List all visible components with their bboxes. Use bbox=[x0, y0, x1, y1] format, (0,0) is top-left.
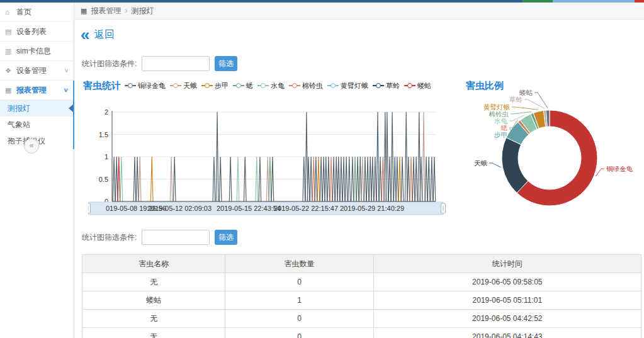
legend-label: 步甲 bbox=[215, 81, 229, 91]
pie-label: 草蛉 bbox=[509, 96, 523, 103]
legend-item[interactable]: 铜绿金龟 bbox=[125, 81, 166, 91]
device-management-icon: ❖ bbox=[5, 61, 11, 80]
legend-line-marker-icon bbox=[233, 82, 244, 89]
double-chevron-left-icon: « bbox=[81, 25, 88, 44]
pie-slice[interactable] bbox=[502, 138, 528, 193]
svg-text:0.5: 0.5 bbox=[99, 176, 108, 183]
svg-text:2019-05-22 22:15:47: 2019-05-22 22:15:47 bbox=[274, 205, 338, 212]
legend-line-marker-icon bbox=[373, 82, 384, 89]
svg-text:1: 1 bbox=[105, 153, 108, 161]
legend-label: 铜绿金龟 bbox=[138, 81, 166, 91]
table-header-cell: 害虫名称 bbox=[82, 255, 225, 273]
legend-line-marker-icon bbox=[125, 82, 136, 89]
table-header-row: 害虫名称害虫数量统计时间 bbox=[82, 255, 641, 273]
sidebar-items: ⌂首页▤设备列表▥sim卡信息❖设备管理˅ bbox=[0, 3, 74, 81]
legend-line-marker-icon bbox=[257, 82, 269, 89]
table-filter-label: 统计图筛选条件: bbox=[82, 232, 137, 243]
chart-filter-input[interactable] bbox=[142, 56, 210, 71]
legend-line-marker-icon bbox=[201, 82, 213, 89]
sidebar-item-label: 首页 bbox=[16, 8, 31, 16]
sidebar-item-2[interactable]: ▥sim卡信息 bbox=[0, 42, 74, 61]
report-screen-icon: ▦ bbox=[81, 3, 87, 19]
sidebar-subitem[interactable]: 气象站 bbox=[0, 116, 73, 133]
legend-item[interactable]: 棉铃虫 bbox=[289, 81, 323, 91]
legend-label: 草蛉 bbox=[386, 81, 400, 91]
active-item-arrow-icon bbox=[69, 104, 73, 112]
legend-item[interactable]: 蝼蛄 bbox=[404, 81, 431, 91]
table-filter-button[interactable]: 筛选 bbox=[215, 230, 237, 245]
back-label: 返回 bbox=[94, 29, 115, 40]
sidebar-item-3[interactable]: ❖设备管理˅ bbox=[0, 61, 74, 81]
legend-item[interactable]: 步甲 bbox=[201, 81, 229, 91]
chart-filter-row: 统计图筛选条件: 筛选 bbox=[82, 55, 237, 72]
table-cell: 0 bbox=[225, 273, 373, 291]
table-row: 无02019-06-05 04:14:43 bbox=[82, 328, 641, 338]
legend-item[interactable]: 天蛾 bbox=[170, 81, 197, 91]
chevron-down-icon: ˅ bbox=[65, 61, 69, 80]
pest-statistics-line-chart: 00.511.52019-05-08 19:26:562019-05-12 02… bbox=[88, 94, 450, 220]
chart-filter-button[interactable]: 筛选 bbox=[215, 56, 237, 71]
table-cell: 蝼蛄 bbox=[82, 291, 225, 310]
sidebar-item-0[interactable]: ⌂首页 bbox=[0, 3, 74, 22]
table-row: 无02019-06-05 09:58:05 bbox=[82, 273, 641, 291]
sidebar-collapse-button[interactable]: « bbox=[24, 138, 39, 154]
sidebar-subitem[interactable]: 测报灯 bbox=[0, 100, 73, 116]
legend-item[interactable]: 黄臂灯蛾 bbox=[327, 81, 368, 91]
breadcrumb: ▦报表管理›测报灯 bbox=[74, 3, 644, 20]
pie-label: 蝼蛄 bbox=[519, 89, 533, 96]
table-cell: 2019-06-05 09:58:05 bbox=[373, 273, 641, 291]
device-list-icon: ▤ bbox=[5, 22, 11, 41]
pest-proportion-donut-chart: 铜绿金龟天蛾步甲蟋水龟棉铃虫黄臂灯蛾草蛉蝼蛄 bbox=[463, 88, 644, 214]
pie-label: 黄臂灯蛾 bbox=[483, 103, 510, 111]
svg-text:2019-05-12 02:09:03: 2019-05-12 02:09:03 bbox=[147, 205, 212, 212]
sidebar-item-label: 报表管理 bbox=[16, 86, 47, 94]
sidebar-item-1[interactable]: ▤设备列表 bbox=[0, 22, 74, 42]
home-icon: ⌂ bbox=[5, 3, 9, 21]
breadcrumb-separator: › bbox=[125, 6, 127, 15]
sidebar-subitem-label: 气象站 bbox=[8, 120, 30, 129]
chevron-down-icon: ˅ bbox=[64, 81, 68, 99]
report-management-icon: ▦ bbox=[5, 81, 11, 99]
sidebar-item-label: 设备列表 bbox=[16, 27, 47, 36]
svg-text:1.5: 1.5 bbox=[99, 131, 108, 138]
legend-line-marker-icon bbox=[327, 82, 339, 89]
pie-label: 天蛾 bbox=[474, 159, 487, 167]
table-cell: 无 bbox=[82, 310, 225, 328]
table-header-cell: 统计时间 bbox=[373, 255, 641, 273]
app-window: ⌂首页▤设备列表▥sim卡信息❖设备管理˅ ▦报表管理˅测报灯气象站孢子捕捉仪 … bbox=[0, 0, 644, 338]
legend-item[interactable]: 水龟 bbox=[257, 81, 285, 91]
legend-label: 黄臂灯蛾 bbox=[341, 81, 368, 91]
legend-label: 棉铃虫 bbox=[302, 81, 323, 91]
table-cell: 2019-06-05 04:42:52 bbox=[373, 310, 641, 328]
sidebar-item-report[interactable]: ▦报表管理˅ bbox=[0, 81, 73, 100]
legend-item[interactable]: 蟋 bbox=[233, 81, 253, 91]
table-cell: 2019-06-05 04:14:43 bbox=[373, 328, 641, 338]
pie-label: 步甲 bbox=[494, 131, 507, 138]
table-cell: 1 bbox=[225, 291, 373, 310]
svg-text:2019-05-29 21:40:29: 2019-05-29 21:40:29 bbox=[340, 205, 404, 212]
table-cell: 2019-06-05 05:11:01 bbox=[373, 291, 641, 310]
legend-line-marker-icon bbox=[289, 82, 300, 89]
legend-item[interactable]: 草蛉 bbox=[373, 81, 400, 91]
sim-card-icon: ▥ bbox=[5, 42, 11, 60]
legend-label: 蝼蛄 bbox=[417, 81, 431, 91]
line-chart-legend: 铜绿金龟天蛾步甲蟋水龟棉铃虫黄臂灯蛾草蛉蝼蛄 bbox=[125, 81, 452, 91]
back-button[interactable]: « 返回 bbox=[81, 25, 115, 42]
sidebar: ⌂首页▤设备列表▥sim卡信息❖设备管理˅ ▦报表管理˅测报灯气象站孢子捕捉仪 … bbox=[0, 3, 74, 338]
pie-label: 铜绿金龟 bbox=[606, 165, 633, 172]
sidebar-subitem-label: 测报灯 bbox=[8, 104, 30, 113]
chart-filter-label: 统计图筛选条件: bbox=[82, 59, 137, 69]
breadcrumb-item[interactable]: 测报灯 bbox=[131, 6, 154, 15]
sidebar-group-report: ▦报表管理˅测报灯气象站孢子捕捉仪 bbox=[0, 81, 74, 149]
table-cell: 无 bbox=[82, 273, 225, 291]
sidebar-item-label: sim卡信息 bbox=[16, 47, 51, 55]
datazoom-handle[interactable] bbox=[88, 203, 91, 213]
sidebar-item-label: 设备管理 bbox=[16, 66, 47, 75]
table-filter-input[interactable] bbox=[142, 230, 210, 245]
table-row: 无02019-06-05 04:42:52 bbox=[82, 310, 641, 328]
line-chart-title: 害虫统计 bbox=[83, 80, 121, 92]
table-filter-row: 统计图筛选条件: 筛选 bbox=[82, 229, 237, 245]
breadcrumb-item[interactable]: 报表管理 bbox=[91, 6, 121, 15]
table-cell: 0 bbox=[225, 310, 373, 328]
table-cell: 0 bbox=[225, 328, 373, 338]
